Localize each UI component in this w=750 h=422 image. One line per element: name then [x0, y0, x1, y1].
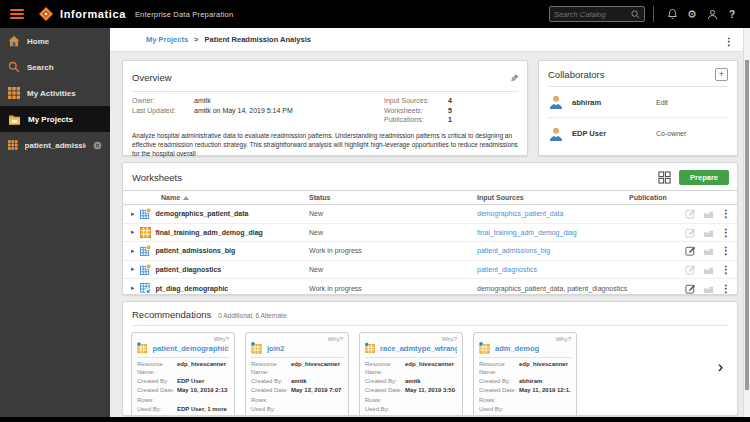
expand-row-icon[interactable] [131, 228, 135, 236]
page-title: Patient Readmission Analysis [205, 35, 311, 44]
worksheet-name[interactable]: pt_diag_demographic [156, 285, 229, 292]
edit-overview-pencil-icon[interactable] [510, 68, 518, 86]
projects-folder-icon [8, 114, 21, 125]
edit-worksheet-icon[interactable] [685, 264, 696, 275]
publish-icon[interactable] [703, 245, 714, 256]
created-by-value: amitk [291, 378, 343, 386]
sidebar-item-my-activities[interactable]: My Activities [0, 80, 110, 106]
expand-row-icon[interactable] [131, 210, 135, 218]
row-kebab-menu-icon[interactable] [721, 245, 731, 256]
publish-icon[interactable] [703, 283, 714, 294]
topbar-divider [653, 6, 654, 22]
column-header-publication[interactable]: Publication [629, 194, 671, 201]
expand-row-icon[interactable] [131, 247, 135, 255]
expand-row-icon[interactable] [131, 284, 135, 292]
table-row: final_training_adm_demog_diag New final_… [123, 224, 737, 243]
page-kebab-menu-icon[interactable] [724, 31, 734, 49]
worksheet-merged-table-icon [140, 283, 151, 294]
input-source-link[interactable]: demographics_patient_data [477, 210, 563, 217]
recommendation-name-link[interactable]: patient_demographics [152, 344, 229, 353]
settings-gear-icon[interactable] [682, 4, 702, 24]
resource-name-label: Resource Name: [479, 361, 519, 377]
worksheets-label: Worksheets: [384, 107, 448, 114]
collaborator-role: Edit [656, 99, 668, 106]
scrollbar-thumb[interactable] [745, 60, 749, 390]
input-source-link[interactable]: patient_diagnostics [477, 266, 537, 273]
created-date-label: Created Date: [251, 387, 291, 395]
column-header-input-sources[interactable]: Input Sources [477, 194, 629, 201]
publish-icon[interactable] [703, 264, 714, 275]
publish-icon[interactable] [703, 208, 714, 219]
worksheet-status: New [309, 229, 477, 236]
edit-worksheet-icon[interactable] [685, 245, 696, 256]
resource-name-label: Resource Name: [251, 361, 291, 377]
table-row: pt_diag_demographic Work in progress dem… [123, 279, 737, 298]
prepare-button[interactable]: Prepare [679, 170, 729, 185]
search-icon [8, 61, 20, 73]
created-by-value: abhiram [519, 378, 571, 386]
collaborator-name: abhiram [572, 98, 601, 107]
input-source-link[interactable]: patient_admissions_big [477, 247, 550, 254]
notifications-bell-icon[interactable] [662, 4, 682, 24]
add-collaborator-button[interactable] [715, 68, 728, 81]
sort-ascending-icon [183, 196, 189, 200]
breadcrumb-my-projects-link[interactable]: My Projects [146, 35, 188, 44]
dataset-table-icon [251, 342, 263, 354]
resource-name-value: edp_hivescanner [291, 361, 343, 377]
worksheet-name[interactable]: demographics_patient_data [156, 210, 249, 217]
created-date-value: May 10, 2019 2:13 ... [177, 387, 229, 395]
column-header-status[interactable]: Status [309, 194, 477, 201]
edit-worksheet-icon[interactable] [685, 283, 696, 294]
recommendation-card[interactable]: Why? race_admtype_wtrange Resource Name:… [359, 332, 463, 416]
worksheet-status: Work in progress [309, 247, 477, 254]
breadcrumb: My Projects > Patient Readmission Analys… [110, 28, 750, 52]
column-header-name[interactable]: Name [131, 194, 309, 201]
expand-row-icon[interactable] [131, 265, 135, 273]
sidebar-item-home[interactable]: Home [0, 28, 110, 54]
worksheet-table-icon [140, 245, 151, 256]
recommendation-name-link[interactable]: adm_demog [495, 344, 539, 353]
row-kebab-menu-icon[interactable] [721, 208, 731, 219]
worksheets-title: Worksheets [132, 172, 182, 183]
close-tab-icon[interactable] [93, 141, 102, 150]
publish-icon[interactable] [703, 227, 714, 238]
row-kebab-menu-icon[interactable] [721, 227, 731, 238]
sidebar-item-search[interactable]: Search [0, 54, 110, 80]
grid-view-icon[interactable] [658, 171, 671, 184]
user-profile-icon[interactable] [702, 4, 722, 24]
sidebar-item-patient-admission[interactable]: patient_admission... [0, 132, 110, 158]
recommendation-card[interactable]: Why? join2 Resource Name:edp_hivescanner… [245, 332, 349, 416]
project-description: Analyze hospital administrative data to … [132, 131, 518, 159]
recommendation-card[interactable]: Why? adm_demog Resource Name:edp_hivesca… [473, 332, 577, 416]
edit-worksheet-icon[interactable] [685, 208, 696, 219]
search-input[interactable] [554, 10, 631, 19]
worksheet-name[interactable]: patient_admissions_big [156, 247, 236, 254]
worksheet-name[interactable]: final_training_adm_demog_diag [156, 229, 263, 236]
created-by-label: Created By: [479, 378, 519, 386]
used-by-value [519, 406, 571, 414]
sidebar-item-label: Search [27, 63, 54, 72]
row-kebab-menu-icon[interactable] [721, 264, 731, 275]
next-recommendations-chevron-icon[interactable] [718, 358, 723, 376]
worksheet-name[interactable]: patient_diagnostics [156, 266, 222, 273]
vertical-scrollbar[interactable] [743, 28, 750, 417]
resource-name-value: edp_hivescanner [405, 361, 457, 377]
worksheets-panel: Worksheets Prepare Name Status Input Sou… [122, 162, 738, 295]
help-icon[interactable] [722, 4, 742, 24]
search-icon[interactable] [631, 10, 640, 19]
row-kebab-menu-icon[interactable] [721, 283, 731, 294]
used-by-label: Used By: [251, 406, 291, 414]
used-by-label: Used By: [479, 406, 519, 414]
recommendations-panel: Recommendations 0 Additional, 6 Alternat… [122, 301, 738, 416]
hamburger-menu-icon[interactable] [10, 9, 24, 19]
input-source-link[interactable]: final_training_adm_demog_diag [477, 229, 577, 236]
edit-worksheet-icon[interactable] [685, 227, 696, 238]
recommendation-name-link[interactable]: race_admtype_wtrange [380, 344, 457, 353]
recommendation-name-link[interactable]: join2 [267, 344, 285, 353]
collaborator-row: EDP User Co-owner [548, 118, 728, 149]
created-date-value: May 11, 2019 3:50 ... [405, 387, 457, 395]
owner-value: amitk [194, 97, 211, 104]
avatar [548, 94, 564, 110]
recommendation-card[interactable]: Why? patient_demographics Resource Name:… [131, 332, 235, 416]
sidebar-item-my-projects[interactable]: My Projects [0, 106, 110, 132]
